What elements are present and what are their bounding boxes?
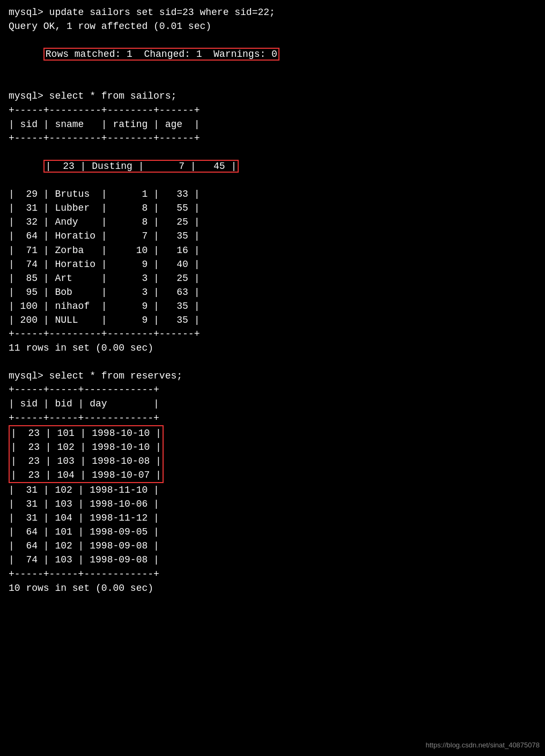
table-row: | 95 | Bob | 3 | 63 |: [9, 285, 536, 299]
table-row: | 29 | Brutus | 1 | 33 |: [9, 187, 536, 201]
table-row: | 64 | 101 | 1998-09-05 |: [9, 525, 536, 539]
table-row: | 23 | Dusting | 7 | 45 |: [9, 145, 536, 187]
terminal-output: mysql> update sailors set sid=23 where s…: [9, 5, 536, 595]
reserves-border3: +-----+-----+------------+: [9, 567, 536, 581]
sailors-border1: +-----+---------+--------+------+: [9, 103, 536, 117]
select-sailors-cmd: mysql> select * from sailors;: [9, 89, 536, 103]
table-row: | 85 | Art | 3 | 25 |: [9, 271, 536, 285]
table-row: | 23 | 102 | 1998-10-10 |: [11, 440, 161, 454]
table-row: | 31 | 102 | 1998-11-10 |: [9, 483, 536, 497]
reserves-header: | sid | bid | day |: [9, 397, 536, 411]
table-row: | 23 | 103 | 1998-10-08 |: [11, 454, 161, 468]
table-row: | 23 | 101 | 1998-10-10 |: [11, 426, 161, 440]
table-row: | 23 | 104 | 1998-10-07 |: [11, 468, 161, 482]
table-row: | 71 | Zorba | 10 | 16 |: [9, 243, 536, 257]
table-row: | 100 | nihaof | 9 | 35 |: [9, 299, 536, 313]
table-row: | 31 | 104 | 1998-11-12 |: [9, 511, 536, 525]
table-row: | 31 | Lubber | 8 | 55 |: [9, 201, 536, 215]
query-ok: Query OK, 1 row affected (0.01 sec): [9, 19, 536, 33]
sailors-highlighted-row: | 23 | Dusting | 7 | 45 |: [43, 160, 239, 173]
reserves-border2: +-----+-----+------------+: [9, 411, 536, 425]
reserves-highlighted-block: | 23 | 101 | 1998-10-10 | | 23 | 102 | 1…: [9, 425, 164, 483]
table-row: | 74 | Horatio | 9 | 40 |: [9, 257, 536, 271]
reserves-count: 10 rows in set (0.00 sec): [9, 581, 536, 595]
table-row: | 200 | NULL | 9 | 35 |: [9, 313, 536, 327]
table-row: | 31 | 103 | 1998-10-06 |: [9, 497, 536, 511]
rows-matched-wrapper: Rows matched: 1 Changed: 1 Warnings: 0: [9, 33, 536, 75]
table-row: | 74 | 103 | 1998-09-08 |: [9, 553, 536, 567]
sailors-header: | sid | sname | rating | age |: [9, 117, 536, 131]
rows-matched: Rows matched: 1 Changed: 1 Warnings: 0: [43, 48, 279, 61]
table-row: | 64 | Horatio | 7 | 35 |: [9, 229, 536, 243]
update-cmd: mysql> update sailors set sid=23 where s…: [9, 5, 536, 19]
sailors-count: 11 rows in set (0.00 sec): [9, 341, 536, 355]
select-reserves-cmd: mysql> select * from reserves;: [9, 369, 536, 383]
sailors-border2: +-----+---------+--------+------+: [9, 131, 536, 145]
table-row: | 64 | 102 | 1998-09-08 |: [9, 539, 536, 553]
sailors-border3: +-----+---------+--------+------+: [9, 327, 536, 341]
table-row: | 32 | Andy | 8 | 25 |: [9, 215, 536, 229]
reserves-border1: +-----+-----+------------+: [9, 383, 536, 397]
watermark: https://blog.csdn.net/sinat_40875078: [426, 740, 540, 751]
